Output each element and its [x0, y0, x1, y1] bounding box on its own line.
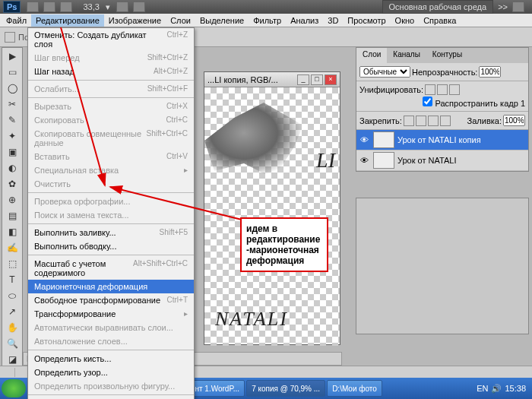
unify-icon-3[interactable]	[449, 84, 460, 95]
unify-icon-2[interactable]	[437, 84, 448, 95]
fill-input[interactable]	[503, 115, 525, 126]
tool-13[interactable]: ⬚	[3, 256, 21, 271]
tool-0[interactable]: ▶	[3, 49, 21, 64]
bird-image	[204, 103, 303, 179]
lock-icon-1[interactable]	[404, 116, 414, 126]
tab-paths[interactable]: Контуры	[426, 48, 468, 63]
tool-4[interactable]: ✎	[3, 112, 21, 128]
tool-17[interactable]: ✋	[3, 320, 21, 335]
arrange-icon[interactable]	[116, 2, 128, 12]
propagate-checkbox[interactable]	[423, 97, 432, 106]
tool-10[interactable]: ▤	[3, 208, 21, 223]
menu-item[interactable]: Выполнить обводку...	[28, 239, 194, 253]
blend-mode-select[interactable]: Обычные	[359, 66, 410, 78]
menu-help[interactable]: Справка	[419, 14, 461, 27]
layer-name: Урок от NATALI	[397, 156, 456, 165]
menu-item[interactable]: Свободное трансформированиеCtrl+T	[28, 293, 194, 307]
layer-row[interactable]: 👁Урок от NATALI	[356, 150, 528, 171]
menu-analysis[interactable]: Анализ	[286, 14, 323, 27]
tool-19[interactable]: ◪	[3, 352, 21, 367]
screen-mode-icon[interactable]	[133, 2, 145, 12]
menu-3d[interactable]: 3D	[323, 14, 343, 27]
view-icon[interactable]	[60, 2, 72, 12]
tool-14[interactable]: T	[3, 272, 21, 287]
document-window: ...LI копия, RGB/... _ □ × LI NATALI	[204, 71, 340, 345]
tray-clock[interactable]: 15:38	[505, 384, 526, 393]
tool-16[interactable]: ↗	[3, 304, 21, 319]
bridge-icon[interactable]	[27, 2, 39, 12]
close-button[interactable]: ×	[325, 74, 337, 85]
tool-12[interactable]: ✍	[3, 240, 21, 255]
menu-item: Скопировать совмещенные данныеShift+Ctrl…	[28, 127, 194, 150]
zoom-dropdown-icon[interactable]: ▾	[106, 2, 110, 12]
zoom-value[interactable]: 33,3	[83, 2, 99, 11]
lock-icon-4[interactable]	[440, 116, 451, 126]
minimize-button[interactable]: _	[297, 74, 309, 85]
lock-label: Закрепить:	[359, 116, 402, 125]
tab-channels[interactable]: Каналы	[387, 48, 426, 63]
app-logo: Ps	[3, 1, 21, 13]
tool-18[interactable]: 🔍	[3, 336, 21, 351]
start-button[interactable]	[2, 379, 26, 397]
menu-item: Шаг впередShift+Ctrl+Z	[28, 51, 194, 65]
layer-name: Урок от NATALI копия	[397, 135, 481, 144]
tool-2[interactable]: ◯	[3, 81, 21, 96]
system-tray[interactable]: EN 🔊 15:38	[472, 384, 530, 394]
menu-item[interactable]: Масштаб с учетом содержимогоAlt+Shift+Ct…	[28, 257, 194, 280]
menu-item[interactable]: Выполнить заливку...Shift+F5	[28, 226, 194, 239]
menu-item: Автоналожение слоев...	[28, 334, 194, 348]
menu-edit[interactable]: Редактирование	[31, 14, 104, 27]
menu-item: ВырезатьCtrl+X	[28, 100, 194, 113]
opacity-input[interactable]	[479, 66, 501, 78]
tab-layers[interactable]: Слои	[356, 48, 387, 63]
cslive-icon[interactable]	[512, 2, 524, 12]
tray-lang[interactable]: EN	[477, 384, 488, 393]
menu-item: ВставитьCtrl+V	[28, 150, 194, 163]
tray-icon-1[interactable]: 🔊	[491, 384, 502, 394]
canvas-text-2: NATALI	[215, 308, 288, 331]
menubar: Файл Редактирование Изображение Слои Выд…	[0, 14, 532, 27]
tool-11[interactable]: ◧	[3, 224, 21, 239]
menu-layer[interactable]: Слои	[166, 14, 195, 27]
menu-item[interactable]: Определить кисть...	[28, 352, 194, 366]
tool-9[interactable]: ⊕	[3, 192, 21, 207]
tool-7[interactable]: ◐	[3, 160, 21, 176]
menu-select[interactable]: Выделение	[195, 14, 249, 27]
document-titlebar[interactable]: ...LI копия, RGB/... _ □ ×	[204, 72, 340, 87]
menu-file[interactable]: Файл	[2, 14, 31, 27]
menu-view[interactable]: Просмотр	[343, 14, 390, 27]
document-canvas[interactable]: LI NATALI	[204, 87, 340, 346]
unify-icon-1[interactable]	[425, 84, 435, 95]
layer-row[interactable]: 👁Урок от NATALI копия	[356, 130, 528, 150]
maximize-button[interactable]: □	[311, 74, 323, 85]
menu-image[interactable]: Изображение	[104, 14, 166, 27]
opacity-label: Непрозрачность:	[412, 68, 477, 77]
menu-item[interactable]: Шаг назадAlt+Ctrl+Z	[28, 65, 194, 78]
tool-preset-icon[interactable]	[5, 32, 15, 43]
document-title: ...LI копия, RGB/...	[207, 75, 278, 84]
lock-icon-2[interactable]	[416, 116, 426, 126]
menu-item: Поиск и замена текста...	[28, 208, 194, 222]
taskbar-button[interactable]: 7 копия @ 70,9% ...	[246, 380, 325, 397]
menu-item[interactable]: Определить узор...	[28, 366, 194, 379]
menu-window[interactable]: Окно	[391, 14, 420, 27]
taskbar-button[interactable]: D:\Мои фото	[327, 380, 382, 397]
minibridge-icon[interactable]	[43, 2, 55, 12]
tool-1[interactable]: ▭	[3, 65, 21, 80]
lock-icon-3[interactable]	[428, 116, 439, 126]
visibility-icon[interactable]: 👁	[358, 156, 370, 165]
chevrons-icon[interactable]: >>	[498, 2, 508, 11]
menu-filter[interactable]: Фильтр	[249, 14, 286, 27]
tool-3[interactable]: ✂	[3, 97, 21, 112]
visibility-icon[interactable]: 👁	[358, 135, 370, 144]
tool-15[interactable]: ⬭	[3, 288, 21, 303]
menu-item: Проверка орфографии...	[28, 195, 194, 208]
tool-5[interactable]: ✦	[3, 128, 21, 144]
menu-item[interactable]: Марионеточная деформация	[28, 280, 194, 293]
tool-6[interactable]: ▣	[3, 144, 21, 160]
menu-item[interactable]: Трансформирование ▸	[28, 307, 194, 321]
side-panels-collapsed[interactable]	[356, 198, 529, 334]
workspace-selector[interactable]: Основная рабочая среда	[382, 0, 494, 14]
menu-item[interactable]: Отменить: Создать дубликат слояCtrl+Z	[28, 28, 194, 51]
tool-8[interactable]: ✿	[3, 176, 21, 192]
